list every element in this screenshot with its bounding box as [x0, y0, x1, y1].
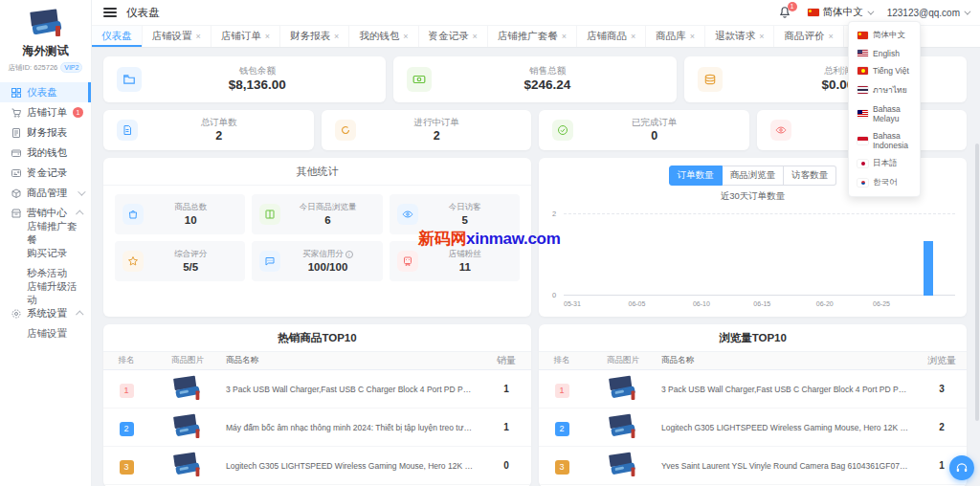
scrollbar[interactable] [975, 144, 979, 421]
product-name: Máy đấm bốc âm nhạc thông minh 2024: Thi… [226, 423, 481, 432]
sidebar-item-orders[interactable]: 店铺订单 1 [0, 102, 91, 122]
eye-icon [770, 120, 791, 141]
sidebar-item-shop-upgrade[interactable]: 店铺升级活动 [0, 283, 91, 303]
refresh-icon [335, 120, 356, 141]
close-icon[interactable] [473, 33, 478, 41]
language-option-th[interactable]: ภาษาไทย [849, 79, 920, 100]
language-option-zh-cn[interactable]: 简体中文 [849, 26, 920, 45]
other-stats-title: 其他统计 [103, 158, 531, 186]
language-option-ms[interactable]: Bahasa Melayu [849, 100, 920, 127]
sidebar: 海外测试 店铺ID: 625726 VIP2 仪表盘 店铺订单 1 财务报表 我… [0, 0, 92, 486]
notification-badge: 1 [788, 2, 797, 11]
close-icon[interactable] [265, 33, 270, 41]
product-image [149, 452, 226, 479]
table-row: 2 Logitech G305 LIGHTSPEED Wireless Gami… [539, 409, 967, 447]
account-menu[interactable]: 123123@qq.com [887, 8, 969, 18]
tab-product-reviews[interactable]: 商品评价 [774, 26, 843, 47]
tab-shop-products[interactable]: 店铺商品 [577, 26, 646, 47]
close-icon[interactable] [403, 33, 408, 41]
close-icon[interactable] [334, 33, 339, 41]
sidebar-item-system-settings[interactable]: 系统设置 [0, 303, 91, 323]
bar-chart: 2 0 [564, 213, 955, 296]
top-sales-title: 热销商品TOP10 [103, 324, 531, 351]
stat-card-total-orders: 总订单数2 [103, 110, 314, 150]
sidebar-item-finance-report[interactable]: 财务报表 [0, 122, 91, 143]
sidebar-item-label: 资金记录 [27, 166, 67, 180]
language-selector[interactable]: 简体中文 [808, 6, 872, 19]
close-icon[interactable] [562, 33, 567, 41]
product-image [585, 452, 661, 479]
chevron-down-icon [78, 188, 85, 195]
sidebar-item-shop-settings[interactable]: 店铺设置 [0, 323, 91, 343]
sidebar-item-purchase-records[interactable]: 购买记录 [0, 243, 91, 263]
mini-card-today-product-views: 今日商品浏览量6 [252, 194, 382, 234]
grid-icon [259, 204, 280, 225]
tab-refund-requests[interactable]: 退款请求 [705, 26, 774, 47]
close-icon[interactable] [759, 33, 764, 41]
tab-shop-settings[interactable]: 店铺设置 [143, 26, 212, 47]
customer-service-button[interactable] [949, 455, 974, 480]
sales-count: 1 [481, 422, 531, 432]
tab-promotion-packages[interactable]: 店铺推广套餐 [488, 26, 577, 47]
language-option-ko[interactable]: 한국어 [849, 173, 920, 192]
sidebar-item-label: 系统设置 [27, 307, 67, 320]
rank-badge: 3 [120, 460, 134, 475]
close-icon[interactable] [196, 33, 201, 41]
flag-kr-icon [858, 179, 868, 187]
tab-finance-report[interactable]: 财务报表 [280, 26, 349, 47]
rank-badge: 2 [120, 422, 134, 436]
check-circle-icon [552, 120, 573, 141]
tab-fund-records[interactable]: 资金记录 [419, 26, 488, 47]
product-name: 3 Pack USB Wall Charger,Fast USB C Charg… [226, 385, 481, 394]
chart-tab-orders[interactable]: 订单数量 [669, 166, 723, 186]
money-icon [407, 67, 432, 92]
product-image [149, 413, 226, 441]
top-views-title: 浏览量TOP10 [539, 324, 967, 351]
language-option-vi[interactable]: Tiếng Việt [849, 62, 920, 79]
dashboard-icon [11, 87, 22, 99]
close-icon[interactable] [828, 33, 833, 41]
cart-icon [11, 107, 22, 119]
close-icon[interactable] [690, 33, 695, 41]
info-icon[interactable] [345, 251, 353, 258]
stat-card-wallet-balance: 钱包余额$8,136.00 [103, 56, 386, 102]
top-views-panel: 浏览量TOP10 排名 商品图片 商品名称 浏览量 1 3 Pack USB W… [539, 324, 967, 486]
sidebar-item-label: 财务报表 [27, 126, 67, 140]
x-axis-line [564, 295, 955, 296]
sidebar-item-wallet[interactable]: 我的钱包 [0, 143, 91, 163]
stat-card-total-profit: 总利润$0.00 [684, 56, 967, 102]
store-name: 海外测试 [0, 43, 91, 59]
table-row: 3 Yves Saint Laurent YSL Vinyle Round Ca… [539, 447, 967, 485]
gear-icon [11, 308, 22, 320]
open-tabs-bar: 仪表盘 店铺设置 店铺订单 财务报表 我的钱包 资金记录 店铺推广套餐 店铺商品… [92, 25, 980, 48]
mini-card-overall-rating: 综合评分5/5 [115, 241, 245, 281]
notifications-button[interactable]: 1 [778, 6, 792, 20]
table-row: 3 Logitech G305 LIGHTSPEED Wireless Gami… [103, 447, 531, 485]
view-count: 2 [917, 422, 967, 432]
document-icon [117, 120, 138, 141]
tab-shop-orders[interactable]: 店铺订单 [212, 26, 280, 47]
sidebar-item-fund-records[interactable]: 资金记录 [0, 163, 91, 183]
close-icon[interactable] [631, 33, 635, 41]
middle-row: 其他统计 商品总数10 今日商品浏览量6 今日访客5 [103, 158, 967, 317]
language-dropdown: 简体中文 English Tiếng Việt ภาษาไทย Bahasa M… [848, 21, 921, 197]
language-option-id[interactable]: Bahasa Indonesia [849, 127, 920, 154]
tab-product-library[interactable]: 商品库 [646, 26, 705, 47]
language-option-en[interactable]: English [849, 45, 920, 62]
chart-bar [924, 241, 933, 296]
menu-toggle-icon[interactable] [103, 8, 117, 17]
medal-icon [397, 251, 418, 272]
mini-card-today-visitors: 今日访客5 [390, 194, 520, 234]
sidebar-item-product-management[interactable]: 商品管理 [0, 183, 91, 203]
sidebar-item-label: 仪表盘 [27, 86, 57, 99]
sidebar-item-promotion-packages[interactable]: 店铺推广套餐 [0, 223, 91, 243]
chart-tab-product-views[interactable]: 商品浏览量 [723, 166, 785, 186]
tab-my-wallet[interactable]: 我的钱包 [349, 26, 418, 47]
top-navbar: 仪表盘 1 简体中文 123123@qq.com [92, 0, 980, 25]
sidebar-item-label: 店铺订单 [27, 106, 67, 120]
tab-dashboard[interactable]: 仪表盘 [92, 26, 143, 47]
product-image [149, 375, 226, 403]
language-option-ja[interactable]: 日本語 [849, 154, 920, 173]
chart-tab-visitors[interactable]: 访客数量 [784, 166, 836, 186]
sidebar-item-dashboard[interactable]: 仪表盘 [0, 82, 91, 102]
